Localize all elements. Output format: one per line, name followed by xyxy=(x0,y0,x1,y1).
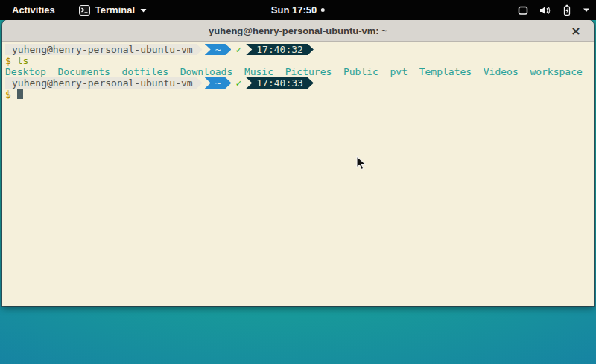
terminal-cursor xyxy=(17,89,23,99)
prompt-line: yuheng@henry-personal-ubuntu-vm ~ ✓ 17:4… xyxy=(5,44,592,55)
app-menu-terminal[interactable]: Terminal xyxy=(79,4,147,16)
directory-entry: Downloads xyxy=(180,66,232,77)
command-line: $ls xyxy=(5,55,592,66)
window-title: yuheng@henry-personal-ubuntu-vm: ~ xyxy=(209,25,387,36)
app-menu-label: Terminal xyxy=(95,4,135,16)
prompt-symbol: $ xyxy=(5,89,11,100)
status-check-icon: ✓ xyxy=(231,77,246,89)
directory-entry: Documents xyxy=(57,66,110,77)
clock-button[interactable]: Sun 17:50 xyxy=(271,4,325,16)
directory-entry: Public xyxy=(343,66,378,77)
screen-icon xyxy=(517,4,529,16)
clock-label: Sun 17:50 xyxy=(271,4,317,16)
volume-icon xyxy=(539,4,551,16)
prompt-directory-segment: ~ xyxy=(205,44,232,55)
directory-entry: dotfiles xyxy=(122,66,169,77)
desktop: Activities Terminal Sun 17:50 xyxy=(0,0,596,364)
chevron-down-icon xyxy=(583,7,590,13)
close-button[interactable]: × xyxy=(568,23,583,38)
terminal-app-icon xyxy=(79,5,90,16)
system-status-area[interactable] xyxy=(517,4,590,16)
app-menu-caret-icon xyxy=(140,8,147,13)
directory-entry: Music xyxy=(244,66,273,77)
directory-entry: pvt xyxy=(390,66,408,77)
directory-entry: Pictures xyxy=(285,66,332,77)
prompt-time-segment: 17:40:33 xyxy=(246,77,314,89)
input-line: $ xyxy=(5,89,592,100)
terminal-screen[interactable]: yuheng@henry-personal-ubuntu-vm ~ ✓ 17:4… xyxy=(2,42,594,305)
directory-entry: Desktop xyxy=(5,66,46,77)
prompt-time-segment: 17:40:32 xyxy=(246,44,314,55)
ls-output-row: DesktopDocumentsdotfilesDownloadsMusicPi… xyxy=(5,66,592,77)
command-text: ls xyxy=(17,55,29,66)
terminal-window: yuheng@henry-personal-ubuntu-vm: ~ × yuh… xyxy=(2,20,594,306)
prompt-user-segment: yuheng@henry-personal-ubuntu-vm xyxy=(5,77,203,89)
directory-entry: Templates xyxy=(419,66,472,77)
notification-dot-icon xyxy=(321,8,325,12)
top-bar: Activities Terminal Sun 17:50 xyxy=(0,0,596,20)
prompt-directory-segment: ~ xyxy=(205,77,232,89)
directory-entry: Videos xyxy=(484,66,519,77)
prompt-user-segment: yuheng@henry-personal-ubuntu-vm xyxy=(5,44,203,55)
prompt-line: yuheng@henry-personal-ubuntu-vm ~ ✓ 17:4… xyxy=(5,77,592,89)
directory-entry: workspace xyxy=(530,66,582,77)
status-check-icon: ✓ xyxy=(231,44,246,55)
prompt-symbol: $ xyxy=(5,55,11,66)
activities-button[interactable]: Activities xyxy=(7,3,60,17)
window-title-bar[interactable]: yuheng@henry-personal-ubuntu-vm: ~ × xyxy=(2,20,594,42)
battery-charging-icon xyxy=(561,4,573,16)
